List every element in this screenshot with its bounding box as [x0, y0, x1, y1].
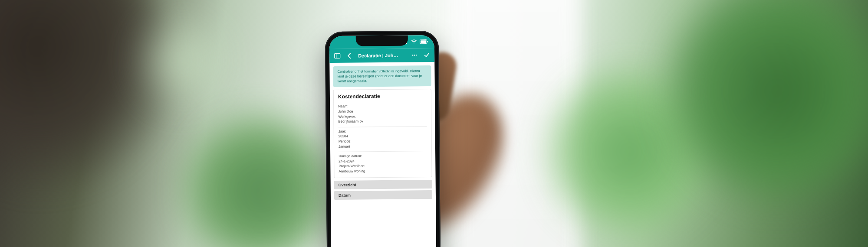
- hero-photo-scene: Declaratie | Joh… Controleer of het form…: [0, 0, 868, 247]
- svg-point-12: [416, 55, 417, 56]
- svg-point-10: [412, 55, 414, 56]
- svg-point-4: [414, 42, 414, 43]
- bg-leaf-blur-1: [130, 9, 234, 113]
- screen-title: Declaratie | Joh…: [357, 53, 407, 58]
- svg-point-11: [414, 55, 415, 56]
- form-title: Kostendeclaratie: [338, 93, 427, 100]
- info-banner: Controleer of het formulier volledig is …: [333, 65, 431, 87]
- section-datum[interactable]: Datum: [334, 190, 432, 200]
- battery-icon: [420, 39, 428, 44]
- app-header: Declaratie | Joh…: [329, 48, 434, 63]
- form-card: Kostendeclaratie Naam: John Doe Werkgeve…: [333, 89, 432, 178]
- svg-rect-6: [421, 40, 426, 43]
- form-group-project: Huidige datum: 24-1-2024 Project/Werkbon…: [339, 151, 427, 176]
- bg-leaf-blur-2: [182, 113, 339, 247]
- more-options-button[interactable]: [410, 51, 419, 59]
- svg-rect-8: [335, 53, 340, 58]
- section-datum-label: Datum: [339, 193, 351, 197]
- section-overzicht-label: Overzicht: [339, 182, 356, 187]
- value-periode: Januari: [339, 143, 427, 149]
- back-button[interactable]: [345, 52, 354, 60]
- value-project: Aanbouw woning: [339, 168, 427, 174]
- wifi-icon: [411, 39, 417, 44]
- info-banner-text: Controleer of het formulier volledig is …: [337, 69, 422, 83]
- form-group-identity: Naam: John Doe Werkgever: Bedrijfsnaam b…: [338, 102, 427, 127]
- svg-rect-7: [427, 41, 428, 42]
- value-werkgever: Bedrijfsnaam bv: [338, 118, 427, 124]
- form-group-period: Jaar: 20204 Periode: Januari: [339, 127, 427, 152]
- phone-device-frame: Declaratie | Joh… Controleer of het form…: [325, 31, 441, 247]
- phone-screen: Declaratie | Joh… Controleer of het form…: [329, 35, 437, 247]
- phone-notch: [356, 35, 408, 46]
- panel-toggle-button[interactable]: [333, 52, 342, 60]
- confirm-button[interactable]: [422, 51, 431, 59]
- section-overzicht[interactable]: Overzicht: [334, 180, 432, 189]
